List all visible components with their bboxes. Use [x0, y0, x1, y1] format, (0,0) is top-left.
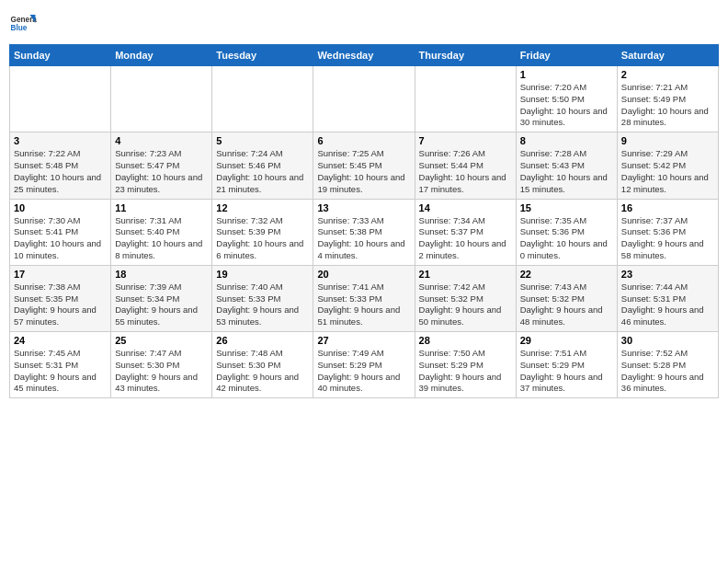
calendar-cell: 17Sunrise: 7:38 AM Sunset: 5:35 PM Dayli…: [10, 265, 111, 331]
day-header: Friday: [516, 45, 617, 66]
calendar-cell: 2Sunrise: 7:21 AM Sunset: 5:49 PM Daylig…: [617, 66, 718, 132]
calendar-week-row: 1Sunrise: 7:20 AM Sunset: 5:50 PM Daylig…: [10, 66, 719, 132]
day-number: 16: [621, 202, 714, 213]
day-detail: Sunrise: 7:52 AM Sunset: 5:28 PM Dayligh…: [621, 348, 714, 395]
day-detail: Sunrise: 7:43 AM Sunset: 5:32 PM Dayligh…: [520, 282, 613, 328]
day-number: 9: [621, 135, 714, 146]
day-detail: Sunrise: 7:22 AM Sunset: 5:48 PM Dayligh…: [14, 148, 107, 195]
calendar-cell: 9Sunrise: 7:29 AM Sunset: 5:42 PM Daylig…: [617, 132, 718, 199]
calendar-cell: 6Sunrise: 7:25 AM Sunset: 5:45 PM Daylig…: [313, 132, 415, 199]
calendar-cell: 22Sunrise: 7:43 AM Sunset: 5:32 PM Dayli…: [516, 265, 617, 331]
day-detail: Sunrise: 7:38 AM Sunset: 5:35 PM Dayligh…: [14, 282, 107, 328]
calendar-cell: 7Sunrise: 7:26 AM Sunset: 5:44 PM Daylig…: [415, 132, 516, 199]
day-detail: Sunrise: 7:30 AM Sunset: 5:41 PM Dayligh…: [14, 215, 107, 262]
day-number: 12: [216, 202, 309, 213]
day-number: 14: [419, 202, 512, 213]
calendar-cell: 4Sunrise: 7:23 AM Sunset: 5:47 PM Daylig…: [111, 132, 212, 199]
day-number: 21: [419, 269, 512, 280]
day-detail: Sunrise: 7:24 AM Sunset: 5:46 PM Dayligh…: [216, 148, 309, 195]
day-number: 11: [115, 202, 208, 213]
day-detail: Sunrise: 7:32 AM Sunset: 5:39 PM Dayligh…: [216, 215, 309, 262]
day-number: 30: [621, 335, 714, 346]
logo: General Blue: [9, 9, 37, 37]
day-number: 15: [520, 202, 613, 213]
day-detail: Sunrise: 7:31 AM Sunset: 5:40 PM Dayligh…: [115, 215, 208, 262]
day-number: 7: [419, 135, 512, 146]
day-header: Tuesday: [212, 45, 313, 66]
day-number: 8: [520, 135, 613, 146]
day-header: Monday: [111, 45, 212, 66]
day-number: 10: [14, 202, 107, 213]
calendar-cell: 20Sunrise: 7:41 AM Sunset: 5:33 PM Dayli…: [313, 265, 415, 331]
day-detail: Sunrise: 7:26 AM Sunset: 5:44 PM Dayligh…: [419, 148, 512, 195]
day-detail: Sunrise: 7:40 AM Sunset: 5:33 PM Dayligh…: [216, 282, 309, 328]
calendar-cell: 16Sunrise: 7:37 AM Sunset: 5:36 PM Dayli…: [617, 199, 718, 265]
calendar-cell: 3Sunrise: 7:22 AM Sunset: 5:48 PM Daylig…: [10, 132, 111, 199]
calendar-week-row: 10Sunrise: 7:30 AM Sunset: 5:41 PM Dayli…: [10, 199, 719, 265]
calendar-cell: 19Sunrise: 7:40 AM Sunset: 5:33 PM Dayli…: [212, 265, 313, 331]
day-number: 26: [216, 335, 309, 346]
day-number: 27: [317, 335, 410, 346]
day-number: 5: [216, 135, 309, 146]
day-number: 17: [14, 269, 107, 280]
calendar-cell: 14Sunrise: 7:34 AM Sunset: 5:37 PM Dayli…: [415, 199, 516, 265]
day-number: 22: [520, 269, 613, 280]
page-header: General Blue: [9, 9, 719, 37]
day-detail: Sunrise: 7:48 AM Sunset: 5:30 PM Dayligh…: [216, 348, 309, 395]
day-header: Saturday: [617, 45, 718, 66]
day-detail: Sunrise: 7:35 AM Sunset: 5:36 PM Dayligh…: [520, 215, 613, 262]
day-number: 3: [14, 135, 107, 146]
calendar-cell: 8Sunrise: 7:28 AM Sunset: 5:43 PM Daylig…: [516, 132, 617, 199]
calendar-cell: 26Sunrise: 7:48 AM Sunset: 5:30 PM Dayli…: [212, 332, 313, 398]
day-detail: Sunrise: 7:39 AM Sunset: 5:34 PM Dayligh…: [115, 282, 208, 328]
calendar-cell: 27Sunrise: 7:49 AM Sunset: 5:29 PM Dayli…: [313, 332, 415, 398]
day-number: 24: [14, 335, 107, 346]
day-detail: Sunrise: 7:50 AM Sunset: 5:29 PM Dayligh…: [419, 348, 512, 395]
calendar-week-row: 3Sunrise: 7:22 AM Sunset: 5:48 PM Daylig…: [10, 132, 719, 199]
calendar-cell: [415, 66, 516, 132]
day-detail: Sunrise: 7:28 AM Sunset: 5:43 PM Dayligh…: [520, 148, 613, 195]
day-detail: Sunrise: 7:37 AM Sunset: 5:36 PM Dayligh…: [621, 215, 714, 262]
day-number: 2: [621, 69, 714, 80]
calendar-cell: 12Sunrise: 7:32 AM Sunset: 5:39 PM Dayli…: [212, 199, 313, 265]
calendar-cell: 1Sunrise: 7:20 AM Sunset: 5:50 PM Daylig…: [516, 66, 617, 132]
day-detail: Sunrise: 7:47 AM Sunset: 5:30 PM Dayligh…: [115, 348, 208, 395]
day-header: Wednesday: [313, 45, 415, 66]
day-detail: Sunrise: 7:21 AM Sunset: 5:49 PM Dayligh…: [621, 82, 714, 129]
day-number: 19: [216, 269, 309, 280]
calendar-cell: 21Sunrise: 7:42 AM Sunset: 5:32 PM Dayli…: [415, 265, 516, 331]
day-detail: Sunrise: 7:44 AM Sunset: 5:31 PM Dayligh…: [621, 282, 714, 328]
day-detail: Sunrise: 7:42 AM Sunset: 5:32 PM Dayligh…: [419, 282, 512, 328]
calendar-cell: 30Sunrise: 7:52 AM Sunset: 5:28 PM Dayli…: [617, 332, 718, 398]
calendar-cell: [10, 66, 111, 132]
calendar-week-row: 17Sunrise: 7:38 AM Sunset: 5:35 PM Dayli…: [10, 265, 719, 331]
calendar-cell: 29Sunrise: 7:51 AM Sunset: 5:29 PM Dayli…: [516, 332, 617, 398]
calendar-body: 1Sunrise: 7:20 AM Sunset: 5:50 PM Daylig…: [10, 66, 719, 398]
day-detail: Sunrise: 7:49 AM Sunset: 5:29 PM Dayligh…: [317, 348, 410, 395]
logo-icon: General Blue: [9, 9, 37, 37]
day-number: 29: [520, 335, 613, 346]
day-number: 23: [621, 269, 714, 280]
day-number: 25: [115, 335, 208, 346]
calendar-cell: [111, 66, 212, 132]
calendar-cell: [212, 66, 313, 132]
calendar-cell: 13Sunrise: 7:33 AM Sunset: 5:38 PM Dayli…: [313, 199, 415, 265]
calendar-week-row: 24Sunrise: 7:45 AM Sunset: 5:31 PM Dayli…: [10, 332, 719, 398]
calendar-table: SundayMondayTuesdayWednesdayThursdayFrid…: [9, 44, 719, 398]
day-number: 18: [115, 269, 208, 280]
calendar-cell: 24Sunrise: 7:45 AM Sunset: 5:31 PM Dayli…: [10, 332, 111, 398]
day-detail: Sunrise: 7:34 AM Sunset: 5:37 PM Dayligh…: [419, 215, 512, 262]
day-detail: Sunrise: 7:23 AM Sunset: 5:47 PM Dayligh…: [115, 148, 208, 195]
day-detail: Sunrise: 7:41 AM Sunset: 5:33 PM Dayligh…: [317, 282, 410, 328]
day-number: 4: [115, 135, 208, 146]
day-detail: Sunrise: 7:33 AM Sunset: 5:38 PM Dayligh…: [317, 215, 410, 262]
day-detail: Sunrise: 7:51 AM Sunset: 5:29 PM Dayligh…: [520, 348, 613, 395]
calendar-cell: 5Sunrise: 7:24 AM Sunset: 5:46 PM Daylig…: [212, 132, 313, 199]
day-detail: Sunrise: 7:25 AM Sunset: 5:45 PM Dayligh…: [317, 148, 410, 195]
calendar-cell: 25Sunrise: 7:47 AM Sunset: 5:30 PM Dayli…: [111, 332, 212, 398]
calendar-cell: 10Sunrise: 7:30 AM Sunset: 5:41 PM Dayli…: [10, 199, 111, 265]
day-header: Thursday: [415, 45, 516, 66]
day-number: 13: [317, 202, 410, 213]
day-detail: Sunrise: 7:20 AM Sunset: 5:50 PM Dayligh…: [520, 82, 613, 129]
calendar-cell: 18Sunrise: 7:39 AM Sunset: 5:34 PM Dayli…: [111, 265, 212, 331]
